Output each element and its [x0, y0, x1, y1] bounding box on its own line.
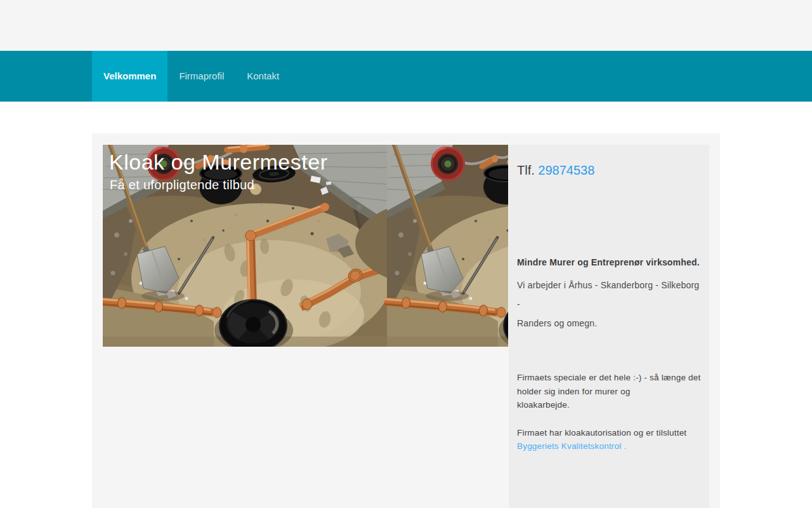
hero-text-overlay: Kloak og Murermester Få et uforpligtende… [109, 150, 327, 193]
main-nav: Velkommen Firmaprofil Kontakt [0, 51, 812, 102]
sidebar-heading: Mindre Murer og Entreprenør virksomhed. [517, 256, 701, 269]
sidebar-speciality-text: Firmaets speciale er det hele :-) - så l… [517, 371, 701, 412]
authorization-text: Firmaet har kloakautorisation og er tils… [517, 428, 686, 438]
hero-subtitle: Få et uforpligtende tilbud [110, 177, 327, 193]
nav-tab-velkommen[interactable]: Velkommen [92, 51, 167, 102]
nav-tab-kontakt[interactable]: Kontakt [235, 51, 291, 102]
top-header-strip [0, 0, 812, 51]
phone-line: Tlf. 29874538 [517, 162, 701, 179]
phone-number-link[interactable]: 29874538 [538, 163, 594, 177]
content-container: Kloak og Murermester Få et uforpligtende… [92, 133, 720, 508]
hero-banner: Kloak og Murermester Få et uforpligtende… [103, 145, 508, 347]
nav-tab-firmaprofil[interactable]: Firmaprofil [167, 51, 235, 102]
sidebar: Tlf. 29874538 Mindre Murer og Entreprenø… [509, 145, 709, 508]
sidebar-authorization: Firmaet har kloakautorisation og er tils… [517, 426, 701, 453]
hero-title: Kloak og Murermester [109, 150, 327, 175]
phone-label: Tlf. [517, 163, 535, 177]
sidebar-areas-text: Vi arbejder i Århus - Skanderborg - Silk… [517, 276, 701, 333]
quality-control-link[interactable]: Byggeriets Kvalitetskontrol . [517, 441, 626, 451]
